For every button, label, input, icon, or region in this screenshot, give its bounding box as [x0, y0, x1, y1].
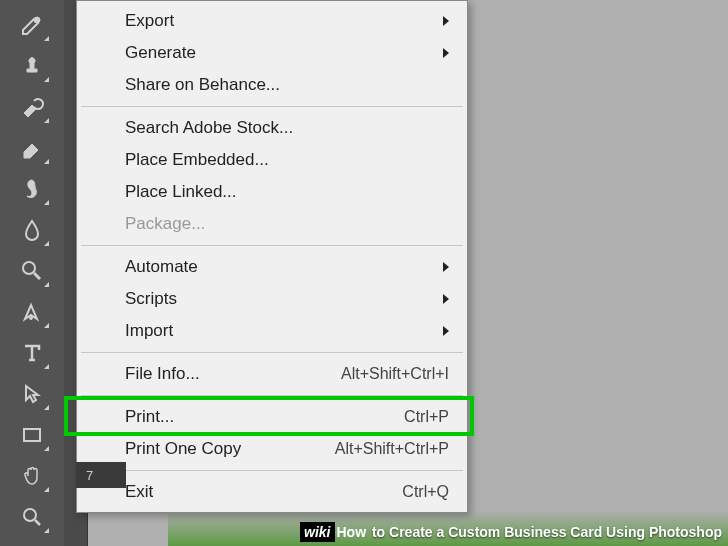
caption-bar: wiki How to Create a Custom Business Car…: [294, 518, 728, 546]
menu-item-place-linked[interactable]: Place Linked...: [77, 176, 467, 208]
tool-pen[interactable]: [13, 293, 51, 330]
tools-panel: [0, 0, 64, 546]
menu-item-exit[interactable]: ExitCtrl+Q: [77, 476, 467, 508]
chevron-right-icon: [443, 262, 449, 272]
menu-item-label: Place Embedded...: [125, 150, 449, 170]
chevron-right-icon: [443, 48, 449, 58]
menu-item-label: Print...: [125, 407, 404, 427]
menu-item-shortcut: Ctrl+P: [404, 408, 449, 426]
brand-logo: wiki: [300, 522, 334, 542]
horizontal-ruler-fragment: 7: [76, 462, 126, 488]
menu-item-shortcut: Alt+Shift+Ctrl+I: [341, 365, 449, 383]
menu-item-label: File Info...: [125, 364, 341, 384]
tool-history-brush[interactable]: [13, 88, 51, 125]
tool-brush[interactable]: [13, 6, 51, 43]
menu-separator: [81, 106, 463, 107]
tool-type[interactable]: [13, 334, 51, 371]
chevron-right-icon: [443, 294, 449, 304]
tool-path-select[interactable]: [13, 375, 51, 412]
menu-item-label: Scripts: [125, 289, 443, 309]
menu-item-label: Export: [125, 11, 443, 31]
menu-item-label: Place Linked...: [125, 182, 449, 202]
menu-item-generate[interactable]: Generate: [77, 37, 467, 69]
menu-item-automate[interactable]: Automate: [77, 251, 467, 283]
chevron-right-icon: [443, 16, 449, 26]
tool-stamp[interactable]: [13, 47, 51, 84]
file-menu: ExportGenerateShare on Behance...Search …: [76, 0, 468, 513]
ruler-tick: 7: [86, 468, 93, 483]
svg-point-1: [23, 262, 35, 274]
menu-separator: [81, 395, 463, 396]
tool-hand[interactable]: [13, 457, 51, 494]
tool-rectangle[interactable]: [13, 416, 51, 453]
menu-item-label: Generate: [125, 43, 443, 63]
menu-item-place-embedded[interactable]: Place Embedded...: [77, 144, 467, 176]
menu-separator: [81, 470, 463, 471]
menu-item-import[interactable]: Import: [77, 315, 467, 347]
menu-item-shortcut: Ctrl+Q: [402, 483, 449, 501]
menu-separator: [81, 245, 463, 246]
menu-item-label: Share on Behance...: [125, 75, 449, 95]
tool-zoom[interactable]: [13, 498, 51, 535]
tool-dodge[interactable]: [13, 252, 51, 289]
menu-item-file-info[interactable]: File Info...Alt+Shift+Ctrl+I: [77, 358, 467, 390]
menu-item-label: Search Adobe Stock...: [125, 118, 449, 138]
brand-how: How: [337, 524, 367, 540]
chevron-right-icon: [443, 326, 449, 336]
tool-eraser[interactable]: [13, 129, 51, 166]
menu-item-label: Print One Copy: [125, 439, 335, 459]
menu-item-print[interactable]: Print...Ctrl+P: [77, 401, 467, 433]
caption-title: to Create a Custom Business Card Using P…: [368, 524, 722, 540]
svg-point-0: [34, 17, 40, 23]
menu-item-label: Exit: [125, 482, 402, 502]
svg-point-2: [30, 316, 33, 319]
menu-item-label: Automate: [125, 257, 443, 277]
svg-point-4: [24, 509, 36, 521]
menu-item-package: Package...: [77, 208, 467, 240]
menu-item-label: Package...: [125, 214, 449, 234]
svg-rect-3: [24, 429, 40, 441]
menu-item-shortcut: Alt+Shift+Ctrl+P: [335, 440, 449, 458]
menu-item-export[interactable]: Export: [77, 5, 467, 37]
menu-item-scripts[interactable]: Scripts: [77, 283, 467, 315]
menu-item-label: Import: [125, 321, 443, 341]
menu-item-search-adobe-stock[interactable]: Search Adobe Stock...: [77, 112, 467, 144]
menu-item-share-on-behance[interactable]: Share on Behance...: [77, 69, 467, 101]
menu-item-print-one-copy[interactable]: Print One CopyAlt+Shift+Ctrl+P: [77, 433, 467, 465]
tool-gradient[interactable]: [13, 170, 51, 207]
menu-separator: [81, 352, 463, 353]
tool-blur[interactable]: [13, 211, 51, 248]
